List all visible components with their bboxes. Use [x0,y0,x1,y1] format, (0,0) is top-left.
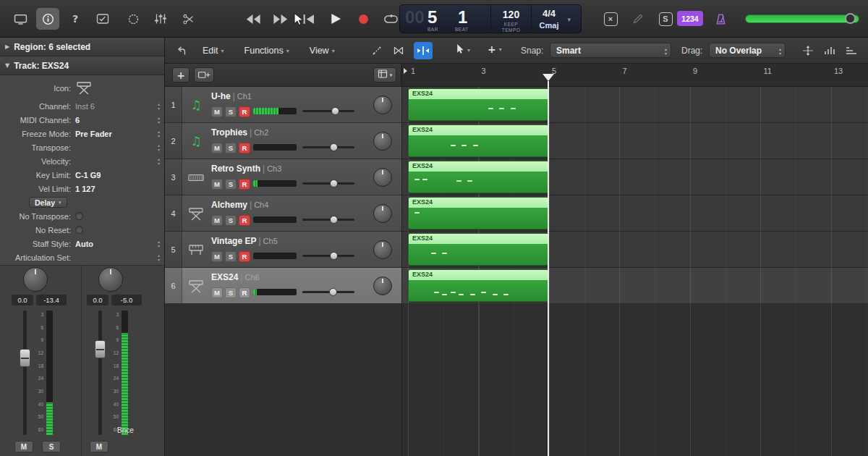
track-volume-slider[interactable] [302,110,354,112]
slider-knob[interactable] [330,252,338,260]
volume-track[interactable] [745,14,859,23]
stepper-icon[interactable]: ▴▾ [158,240,160,248]
stepper-icon[interactable]: ▴▾ [158,253,160,261]
field-value[interactable]: 6 [75,116,80,124]
field-value[interactable]: Auto [75,240,93,248]
fader-handle[interactable] [95,340,106,358]
slider-knob[interactable] [330,216,338,224]
lcd-position-section[interactable]: 00 5 1 BAR BEAT [400,5,491,33]
record-enable-button[interactable]: R [239,143,250,153]
solo-button[interactable]: S [225,143,237,153]
playhead-marker[interactable] [542,74,554,81]
midi-region[interactable]: EXS24 [408,197,549,229]
track-lane-1[interactable]: EXS24 [402,87,868,123]
solo-box-icon[interactable]: S [654,8,677,30]
volume-fader[interactable] [23,311,27,435]
display-icon[interactable] [9,8,32,30]
lcd-beat-value[interactable]: 1 [458,7,467,28]
toggle-checkbox[interactable] [75,212,83,220]
catch-playhead-button[interactable] [414,42,433,59]
mute-button[interactable]: M [90,441,109,452]
pencil-icon[interactable] [626,8,650,30]
vertical-zoom-icon[interactable] [820,42,839,59]
level-value[interactable]: -13.4 [36,295,67,305]
drag-dropdown[interactable]: No Overlap ▴▾ [709,43,786,58]
duplicate-track-button[interactable] [194,67,214,83]
solo-button[interactable]: S [225,251,237,262]
record-enable-button[interactable]: R [239,287,250,298]
command-click-tool-menu[interactable]: + ▾ [488,43,502,55]
snap-dropdown[interactable]: Smart ▴▾ [550,43,671,58]
lcd-tempo-section[interactable]: 120 KEEP TEMPO [491,5,532,33]
metronome-icon[interactable] [709,8,732,30]
track-volume-slider[interactable] [302,291,354,293]
pan-knob[interactable] [373,276,392,295]
midi-region[interactable]: EXS24 [408,269,549,302]
midi-region[interactable]: EXS24 [408,233,549,266]
stepper-icon[interactable]: ▴▾ [158,130,160,138]
track-lane-2[interactable]: EXS24 [402,123,868,159]
track-volume-slider[interactable] [302,255,354,257]
pan-knob[interactable] [373,204,392,223]
lcd-key-signature[interactable]: Cmaj [532,21,566,30]
toggle-checkbox[interactable] [75,226,83,234]
track-header-4[interactable]: 4Alchemy|Ch4MSR [165,195,401,232]
mute-button[interactable]: M [14,441,33,452]
field-freeze-mode[interactable]: Freeze Mode:Pre Fader▴▾ [0,127,164,140]
pan-knob[interactable] [98,267,123,292]
field-icon[interactable]: Icon: [0,77,164,99]
stepper-icon[interactable]: ▴▾ [158,102,160,110]
menu-view[interactable]: View▾ [310,46,335,56]
mute-button[interactable]: M [211,106,223,117]
pan-knob[interactable] [373,240,392,259]
field-transpose[interactable]: Transpose:▴▾ [0,140,164,154]
track-header-5[interactable]: 5Vintage EP|Ch5MSR [165,232,401,268]
forward-button[interactable] [269,8,292,30]
drag-mode-icon[interactable] [367,42,386,59]
track-icon[interactable] [75,80,93,98]
track-header-3[interactable]: 3Retro Synth|Ch3MSR [165,159,401,195]
field-value[interactable]: Pre Fader [75,130,112,138]
field-no-transpose[interactable]: No Transpose: [0,209,164,223]
horizontal-zoom-icon[interactable] [842,42,861,59]
track-lane-3[interactable]: EXS24 [402,159,868,195]
slider-knob[interactable] [331,107,339,115]
master-volume-slider[interactable] [745,14,859,23]
lcd-chevron-icon[interactable]: ▾ [567,16,571,23]
slider-knob[interactable] [329,288,337,296]
field-channel[interactable]: Channel:Inst 6▴▾ [0,99,164,113]
close-box-icon[interactable]: × [599,8,622,30]
delay-dropdown[interactable]: Delay▾ [29,197,67,208]
track-lane-5[interactable]: EXS24 [402,232,868,268]
tracks-lane-area[interactable]: EXS24EXS24EXS24EXS24EXS24EXS24 [401,87,868,456]
track-header-1[interactable]: 1♫U-he|Ch1MSR [165,87,401,123]
stepper-icon[interactable]: ▴▾ [158,157,160,165]
track-lane-6[interactable]: EXS24 [402,268,868,304]
menu-functions[interactable]: Functions▾ [244,46,289,56]
lcd-time-signature[interactable]: 4/4 [532,8,566,19]
rewind-button[interactable] [242,8,265,30]
lcd-signature-section[interactable]: 4/4 Cmaj ▾ [532,5,574,33]
field-staff-style[interactable]: Staff Style:Auto▴▾ [0,237,164,250]
count-in-button[interactable]: 1234 [677,11,703,26]
solo-button[interactable]: S [42,441,61,452]
bar-ruler[interactable]: 135791113 [401,64,868,87]
info-icon[interactable] [36,8,59,30]
level-value[interactable]: -5.0 [111,295,142,305]
checklist-icon[interactable] [91,8,114,30]
stepper-icon[interactable]: ▴▾ [158,116,160,124]
track-header-6[interactable]: 6EXS24|Ch6MSR [165,268,401,304]
volume-fader[interactable] [98,311,102,435]
field-vel-limit[interactable]: Vel Limit:1 127 [0,182,164,195]
midi-region[interactable]: EXS24 [408,88,549,121]
field-value[interactable]: C-1 G9 [75,171,101,180]
solo-button[interactable]: S [225,179,237,190]
lcd-tempo-value[interactable]: 120 [491,9,531,20]
navigate-up-icon[interactable] [172,42,191,59]
flex-icon[interactable] [389,42,408,59]
slider-knob[interactable] [330,180,338,187]
field-value[interactable]: 1 127 [75,185,95,193]
disclosure-closed-icon[interactable]: ▶ [5,43,9,50]
solo-button[interactable]: S [225,215,237,226]
play-button[interactable] [324,8,347,30]
